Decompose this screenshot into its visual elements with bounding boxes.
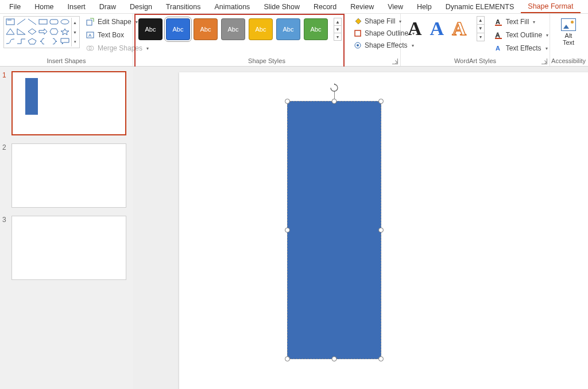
shape-pentagon-icon[interactable] bbox=[27, 37, 37, 45]
svg-marker-12 bbox=[61, 29, 69, 35]
slide-thumbnail-panel[interactable]: 1 2 3 bbox=[0, 67, 133, 389]
shape-style-swatch-5[interactable]: Abc bbox=[249, 18, 273, 40]
shape-rbrace-icon[interactable] bbox=[49, 37, 59, 45]
tab-record[interactable]: Record bbox=[307, 1, 343, 13]
svg-marker-27 bbox=[334, 83, 336, 85]
shapes-more[interactable]: ▾ bbox=[72, 37, 78, 46]
style-scroll-up[interactable]: ▲ bbox=[334, 18, 341, 26]
tab-transitions[interactable]: Transitions bbox=[159, 1, 208, 13]
shape-style-gallery[interactable]: AbcAbcAbcAbcAbcAbcAbc ▲ ▼ ▾ bbox=[137, 16, 343, 42]
shape-arrow-icon[interactable] bbox=[38, 28, 48, 36]
rotate-connector bbox=[334, 91, 335, 99]
svg-marker-11 bbox=[50, 29, 58, 34]
shapes-gallery[interactable]: ▲ ▼ ▾ bbox=[3, 16, 80, 48]
shape-rect-icon[interactable] bbox=[38, 18, 48, 26]
shape-textbox-icon[interactable] bbox=[5, 18, 16, 26]
svg-text:A: A bbox=[496, 18, 500, 25]
group-shape-styles: AbcAbcAbcAbcAbcAbcAbc ▲ ▼ ▾ Shape Fill▾ … bbox=[133, 14, 401, 66]
slide-thumb-1[interactable] bbox=[11, 71, 126, 135]
tab-view[interactable]: View bbox=[381, 1, 410, 13]
shape-oval-icon[interactable] bbox=[60, 18, 70, 26]
resize-handle-tl[interactable] bbox=[285, 99, 290, 104]
tab-draw[interactable]: Draw bbox=[92, 1, 123, 13]
shape-style-swatch-3[interactable]: Abc bbox=[194, 18, 218, 40]
text-box-icon: A bbox=[86, 30, 95, 40]
tab-slide-show[interactable]: Slide Show bbox=[257, 1, 307, 13]
svg-point-6 bbox=[61, 20, 69, 24]
tab-dynamic-elements[interactable]: Dynamic ELEMENTS bbox=[439, 1, 521, 13]
style-scroll-down[interactable]: ▼ bbox=[334, 26, 341, 33]
shape-outline-icon bbox=[354, 29, 362, 37]
tab-shape-format[interactable]: Shape Format bbox=[521, 1, 580, 13]
resize-handle-l[interactable] bbox=[285, 228, 290, 233]
shapes-scroll-down[interactable]: ▼ bbox=[72, 28, 78, 37]
wordart-more[interactable]: ▾ bbox=[477, 33, 484, 41]
tab-design[interactable]: Design bbox=[123, 1, 159, 13]
wordart-style-1[interactable]: A bbox=[408, 18, 422, 40]
shape-style-swatch-4[interactable]: Abc bbox=[221, 18, 245, 40]
alt-text-button[interactable]: Alt Text bbox=[556, 16, 581, 46]
shape-style-swatch-1[interactable]: Abc bbox=[138, 18, 163, 40]
thumb-1-shape bbox=[25, 78, 38, 115]
shape-diamond-icon[interactable] bbox=[27, 28, 37, 36]
tab-file[interactable]: File bbox=[2, 1, 28, 13]
tab-review[interactable]: Review bbox=[343, 1, 381, 13]
slide-canvas[interactable] bbox=[179, 72, 588, 389]
shape-lbrace-icon[interactable] bbox=[38, 37, 48, 45]
group-label-shape-styles: Shape Styles bbox=[133, 56, 400, 66]
shape-triangle-icon[interactable] bbox=[5, 28, 16, 36]
style-more[interactable]: ▾ bbox=[334, 33, 341, 40]
shape-connector-icon[interactable] bbox=[5, 37, 16, 45]
resize-handle-bl[interactable] bbox=[285, 356, 290, 361]
text-outline-icon: A bbox=[494, 30, 503, 40]
shape-style-swatch-7[interactable]: Abc bbox=[304, 18, 328, 40]
wordart-scroll-up[interactable]: ▲ bbox=[477, 17, 484, 25]
group-label-wordart: WordArt Styles bbox=[401, 56, 550, 66]
alt-text-label-1: Alt bbox=[563, 32, 574, 39]
svg-point-21 bbox=[357, 44, 359, 46]
text-effects-button[interactable]: A Text Effects▾ bbox=[492, 42, 551, 54]
resize-handle-tr[interactable] bbox=[378, 99, 384, 104]
shape-elbow-icon[interactable] bbox=[16, 37, 26, 45]
wordart-launcher[interactable] bbox=[541, 59, 547, 64]
wordart-scroll-down[interactable]: ▼ bbox=[477, 25, 484, 33]
selected-rectangle-shape[interactable] bbox=[287, 101, 381, 359]
shape-star-icon[interactable] bbox=[60, 28, 70, 36]
tab-insert[interactable]: Insert bbox=[61, 1, 92, 13]
text-fill-button[interactable]: A Text Fill▾ bbox=[492, 16, 551, 28]
group-label-accessibility: Accessibility bbox=[550, 56, 587, 66]
shape-callout-icon[interactable] bbox=[60, 37, 70, 45]
resize-handle-b[interactable] bbox=[332, 356, 337, 361]
shape-style-swatch-2[interactable]: Abc bbox=[166, 18, 190, 40]
shapes-scroll-up[interactable]: ▲ bbox=[72, 18, 78, 28]
rotate-handle[interactable] bbox=[330, 83, 339, 92]
shape-line2-icon[interactable] bbox=[27, 18, 37, 26]
tab-home[interactable]: Home bbox=[28, 1, 60, 13]
svg-rect-25 bbox=[495, 38, 502, 39]
tab-animations[interactable]: Animations bbox=[208, 1, 257, 13]
shape-roundrect-icon[interactable] bbox=[49, 18, 59, 26]
text-outline-button[interactable]: A Text Outline▾ bbox=[492, 29, 551, 41]
merge-shapes-icon bbox=[86, 44, 95, 53]
shape-hexagon-icon[interactable] bbox=[49, 28, 59, 36]
svg-line-2 bbox=[17, 19, 25, 25]
wordart-gallery[interactable]: A A A ▲ ▼ ▾ bbox=[404, 16, 488, 41]
text-outline-label: Text Outline bbox=[506, 31, 542, 39]
resize-handle-br[interactable] bbox=[378, 356, 384, 361]
shape-styles-launcher[interactable] bbox=[392, 59, 398, 64]
resize-handle-r[interactable] bbox=[378, 228, 384, 233]
slide-thumb-3[interactable] bbox=[11, 216, 126, 280]
edit-shape-label: Edit Shape bbox=[98, 18, 131, 26]
text-fill-label: Text Fill bbox=[506, 18, 529, 26]
shape-style-swatch-6[interactable]: Abc bbox=[276, 18, 300, 40]
wordart-style-3[interactable]: A bbox=[452, 18, 466, 40]
text-fill-icon: A bbox=[494, 17, 503, 26]
shape-line-icon[interactable] bbox=[16, 18, 26, 26]
shape-rtriangle-icon[interactable] bbox=[16, 28, 26, 36]
shape-fill-label: Shape Fill bbox=[365, 17, 395, 25]
tab-help[interactable]: Help bbox=[410, 1, 439, 13]
wordart-style-2[interactable]: A bbox=[430, 18, 444, 40]
slide-canvas-area[interactable] bbox=[133, 67, 588, 389]
resize-handle-t[interactable] bbox=[332, 99, 337, 104]
slide-thumb-2[interactable] bbox=[11, 143, 126, 208]
